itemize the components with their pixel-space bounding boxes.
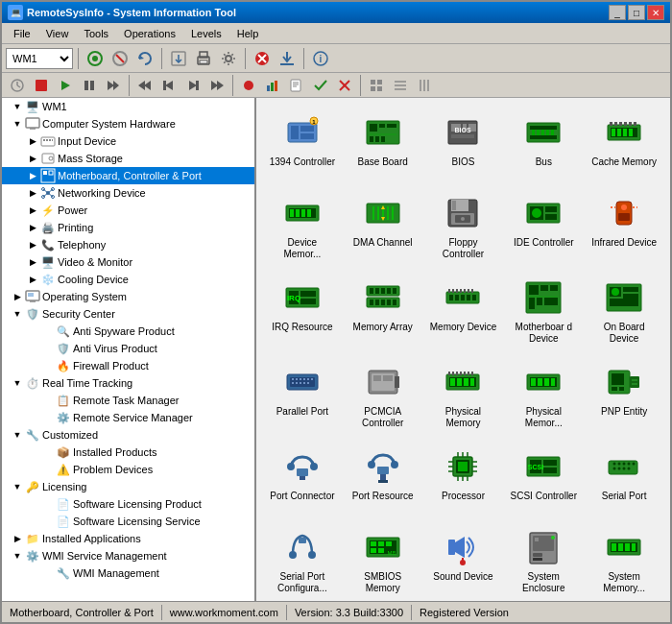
- menu-view[interactable]: View: [38, 26, 77, 41]
- tree-item-wmisvc[interactable]: ▼ ⚙️ WMI Service Management: [2, 547, 254, 564]
- tb2-grid[interactable]: [365, 74, 388, 97]
- tree-item-firewall[interactable]: ▶ 🔥 Firewall Product: [2, 357, 254, 374]
- tree-item-printing[interactable]: ▶ 🖨️ Printing: [2, 219, 254, 236]
- tree-item-power[interactable]: ▶ ⚡ Power: [2, 202, 254, 219]
- sec-expand[interactable]: ▼: [10, 306, 25, 322]
- icon-cell-processor[interactable]: Processor: [425, 440, 502, 516]
- settings-btn[interactable]: [217, 47, 240, 70]
- tb2-list[interactable]: [389, 74, 412, 97]
- mass-expand[interactable]: ▶: [25, 151, 40, 166]
- connect-btn[interactable]: [84, 47, 107, 70]
- icon-cell-dma[interactable]: DMA Channel: [345, 186, 421, 267]
- tb2-chart[interactable]: [261, 74, 284, 97]
- icon-cell-floppy[interactable]: Floppy Controller: [425, 186, 502, 267]
- icon-cell-bus[interactable]: Bus: [505, 106, 582, 182]
- mb-expand[interactable]: ▶: [25, 168, 40, 183]
- apps-expand[interactable]: ▶: [10, 531, 25, 546]
- icon-cell-cache[interactable]: Cache Memory: [586, 106, 662, 182]
- menu-operations[interactable]: Operations: [116, 26, 183, 41]
- close-button[interactable]: ✕: [647, 5, 664, 20]
- tree-item-installedapps[interactable]: ▶ 📁 Installed Applications: [2, 530, 254, 547]
- icon-cell-sysenclosure[interactable]: System Enclosure: [505, 520, 582, 601]
- tree-item-antispyware[interactable]: ▶ 🔍 Anti Spyware Product: [2, 323, 254, 340]
- tree-item-realtime[interactable]: ▼ ⏱️ Real Time Tracking: [2, 374, 254, 392]
- tree-item-customized[interactable]: ▼ 🔧 Customized: [2, 426, 254, 444]
- info-btn[interactable]: i: [309, 47, 332, 70]
- menu-tools[interactable]: Tools: [76, 26, 116, 41]
- tree-item-computer[interactable]: ▼ Computer System Hardware: [2, 115, 254, 132]
- icon-cell-physmem[interactable]: Physical Memory: [425, 355, 502, 436]
- tree-item-wmimgmt[interactable]: ▶ 🔧 WMI Management: [2, 564, 254, 582]
- tb2-refresh[interactable]: [6, 74, 29, 97]
- tb2-cols[interactable]: [413, 74, 436, 97]
- icon-cell-smbios[interactable]: MB SMBIOS Memory: [345, 520, 421, 601]
- computer-expand[interactable]: ▼: [10, 116, 25, 132]
- tb2-skip-fwd[interactable]: [205, 74, 228, 97]
- tb2-edit[interactable]: [285, 74, 308, 97]
- icon-cell-devmem[interactable]: Device Memor...: [264, 186, 341, 267]
- tb2-skip-back[interactable]: [133, 74, 156, 97]
- icon-cell-physmem2[interactable]: Physical Memor...: [505, 355, 582, 436]
- icon-cell-pcmcia[interactable]: PCMCIA Controller: [345, 355, 421, 436]
- tree-item-taskmanager[interactable]: ▶ 📋 Remote Task Manager: [2, 392, 254, 409]
- icon-cell-serial[interactable]: Serial Port: [586, 440, 662, 516]
- icon-cell-scsi[interactable]: SCSI SCSI Controller: [505, 440, 582, 516]
- menu-levels[interactable]: Levels: [183, 26, 229, 41]
- tb2-x[interactable]: [333, 74, 356, 97]
- icon-cell-ide[interactable]: IDE Controller: [505, 186, 582, 267]
- maximize-button[interactable]: □: [628, 5, 645, 20]
- menu-file[interactable]: File: [6, 26, 38, 41]
- tb2-prev[interactable]: [157, 74, 180, 97]
- tree-item-input[interactable]: ▶ Input Device: [2, 132, 254, 150]
- tb2-rec[interactable]: [237, 74, 260, 97]
- tb2-next[interactable]: [181, 74, 204, 97]
- icon-cell-parallel[interactable]: Parallel Port: [264, 355, 341, 436]
- tb2-check[interactable]: [309, 74, 332, 97]
- tree-item-motherboard[interactable]: ▶ Motherboard, Controller & Port: [2, 167, 254, 184]
- tree-item-servicemanager[interactable]: ▶ ⚙️ Remote Service Manager: [2, 409, 254, 426]
- net-expand[interactable]: ▶: [25, 185, 40, 201]
- tree-item-installed[interactable]: ▶ 📦 Installed Products: [2, 444, 254, 461]
- cust-expand[interactable]: ▼: [10, 427, 25, 443]
- icon-cell-mbdevice[interactable]: Motherboar d Device: [505, 271, 582, 351]
- wmi-expand[interactable]: ▼: [10, 548, 25, 564]
- tree-item-problems[interactable]: ▶ ⚠️ Problem Devices: [2, 461, 254, 478]
- tree-item-os[interactable]: ▶ Operating System: [2, 288, 254, 305]
- tree-item-licensing[interactable]: ▼ 🔑 Licensing: [2, 478, 254, 495]
- tree-item-cooling[interactable]: ▶ ❄️ Cooling Device: [2, 271, 254, 288]
- icon-cell-onboard[interactable]: On Board Device: [586, 271, 662, 351]
- tree-item-swlicense[interactable]: ▶ 📄 Software Licensing Product: [2, 495, 254, 513]
- tb2-stop[interactable]: [30, 74, 53, 97]
- lic-expand[interactable]: ▼: [10, 479, 25, 494]
- icon-cell-bios[interactable]: BIOS BIOS: [425, 106, 502, 182]
- icon-cell-memdevice[interactable]: Memory Device: [425, 271, 502, 351]
- disconnect-btn[interactable]: [108, 47, 132, 70]
- pwr-expand[interactable]: ▶: [25, 203, 40, 218]
- icon-cell-portconn[interactable]: Port Connector: [264, 440, 341, 516]
- input-expand[interactable]: ▶: [25, 133, 40, 149]
- tree-item-telephony[interactable]: ▶ 📞 Telephony: [2, 236, 254, 253]
- tree-item-antivirus[interactable]: ▶ 🛡️ Anti Virus Product: [2, 340, 254, 357]
- tb2-pause[interactable]: [78, 74, 101, 97]
- icon-cell-irq[interactable]: IRQ IRQ Resource: [264, 271, 341, 351]
- tree-item-swlservice[interactable]: ▶ 📄 Software Licensing Service: [2, 513, 254, 530]
- icon-cell-serialconfig[interactable]: Serial Port Configura...: [264, 520, 341, 601]
- tb2-play[interactable]: [54, 74, 77, 97]
- icon-cell-infrared[interactable]: Infrared Device: [586, 186, 662, 267]
- export-btn[interactable]: [167, 47, 190, 70]
- rt-expand[interactable]: ▼: [10, 375, 25, 391]
- print-btn[interactable]: [192, 47, 215, 70]
- icon-cell-memarray[interactable]: Memory Array: [345, 271, 421, 351]
- menu-help[interactable]: Help: [229, 26, 267, 41]
- tree-item-security[interactable]: ▼ 🛡️ Security Center: [2, 305, 254, 323]
- stop-btn[interactable]: [251, 47, 274, 70]
- tree-item-networking[interactable]: ▶ Networking Device: [2, 184, 254, 202]
- os-expand[interactable]: ▶: [10, 289, 25, 304]
- tree-root[interactable]: ▼ 🖥️ WM1: [2, 98, 254, 115]
- prn-expand[interactable]: ▶: [25, 220, 40, 235]
- tel-expand[interactable]: ▶: [25, 237, 40, 252]
- icon-cell-portres[interactable]: Port Resource: [345, 440, 421, 516]
- tree-item-mass[interactable]: ▶ Mass Storage: [2, 150, 254, 167]
- tb2-step[interactable]: [102, 74, 125, 97]
- vid-expand[interactable]: ▶: [25, 254, 40, 270]
